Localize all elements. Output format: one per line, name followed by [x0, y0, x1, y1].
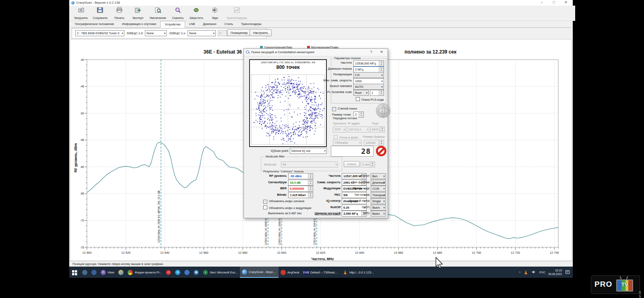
param-field-0[interactable]: 12538,000 МГц▲▼: [353, 60, 384, 66]
taskbar-tools[interactable]: [116, 267, 126, 278]
status-text: Позиция курсора: Нажмите левую кнопку мы…: [72, 262, 163, 266]
taskbar-vlc[interactable]: http:/...0.0.1:123...: [341, 267, 376, 278]
toolbar-load-button[interactable]: Загрузить: [72, 6, 90, 21]
taskbar-chrome[interactable]: Форум проекта Pr...: [126, 267, 164, 278]
people-icon: [82, 270, 87, 275]
mid-label-2: Модуляция: [303, 186, 341, 190]
svg-text:-65: -65: [80, 192, 84, 195]
toolbar-button-label: Транспондеры: [227, 16, 247, 20]
save-icon: [97, 7, 103, 13]
taskbar-photos[interactable]: ▣: [192, 267, 201, 278]
modcode-select: All: [281, 161, 338, 168]
mid-label-0: Частота: [303, 174, 341, 178]
taskbar-save-app[interactable]: [89, 267, 99, 278]
results-checkbox-0[interactable]: ✓Обновлять инфо сигнале: [263, 199, 304, 204]
maximize-button[interactable]: □: [549, 0, 559, 5]
taskbar-excel[interactable]: XЛист Microsoft Exc...: [201, 267, 240, 278]
dialog-magnifier-icon: [246, 50, 250, 54]
dialog-close-button[interactable]: ✕: [376, 49, 387, 56]
telegram-icon: ➤: [175, 270, 180, 275]
tools-icon: [118, 270, 124, 275]
tab-диапазон[interactable]: Диапазон: [199, 21, 220, 27]
toolbar-button-label: Печать: [114, 16, 124, 20]
diseqc1x-select[interactable]: None: [188, 30, 216, 36]
svg-text:12 500: 12 500: [83, 251, 92, 255]
taskbar-people[interactable]: [80, 267, 89, 278]
toolbar-save-button[interactable]: Сохранить: [90, 6, 110, 21]
toolbar-scan-button[interactable]: Сканить: [169, 6, 187, 21]
taskbar-tsreader[interactable]: DVBDefault -- TSReader...: [301, 267, 341, 278]
tab-транспондеры[interactable]: Транспондеры: [237, 21, 266, 27]
notification-center-icon[interactable]: [565, 269, 570, 275]
tab-географическое-положение[interactable]: Географическое положение: [71, 21, 118, 27]
stop-button[interactable]: [376, 146, 386, 156]
iqscan-select[interactable]: Demod IQ out: [290, 148, 327, 154]
right-value-0[interactable]: Вкл.: [371, 173, 386, 179]
param-field-1[interactable]: 2 МГц▲▼: [353, 66, 384, 72]
tab-информация-о-спутнике[interactable]: Информация о спутнике: [118, 21, 160, 27]
tab-стиль[interactable]: Стиль: [221, 21, 237, 27]
taskbar-telegram[interactable]: ➤: [173, 267, 182, 278]
param-field-4[interactable]: AUTO: [353, 84, 384, 90]
right-value-1[interactable]: Длинный: [371, 180, 386, 186]
buffer-stepper: 100000▲▼: [364, 140, 384, 146]
dialog-help-button[interactable]: ?: [366, 49, 376, 56]
taskbar-viber[interactable]: ✆Viber: [99, 267, 116, 278]
minimize-button[interactable]: –: [537, 0, 547, 5]
svg-text:12 600: 12 600: [277, 251, 286, 255]
right-value-5[interactable]: Выкл.: [371, 205, 386, 211]
viber-icon: ✆: [101, 270, 106, 275]
diseqc10-select[interactable]: None: [145, 30, 167, 36]
svg-text:12 540: 12 540: [160, 251, 169, 255]
toolbar-comb-button[interactable]: Шерстить: [187, 6, 206, 21]
tray-clock[interactable]: 15:1928.06.2022: [548, 269, 562, 276]
protv-domain: NET.UA: [639, 291, 641, 298]
tuner-select[interactable]: 2 - TBS 6908 DVBS/S2 Tuner 0: [75, 30, 124, 36]
mid-label-1: Симв. скорость: [303, 180, 341, 184]
svg-text:12 680: 12 680: [433, 251, 442, 255]
tray-chevron-icon[interactable]: ^: [519, 271, 520, 274]
system-tray: ^РУС15:1928.06.2022: [519, 267, 573, 278]
carrier-search-dialog: Поиск несущей и Constellation-мониторинг…: [244, 48, 388, 218]
taskbar-crazyscan[interactable]: CrazyScan - Верси...: [240, 267, 279, 278]
taskbar-anydesk[interactable]: AnyDesk: [279, 267, 301, 278]
param-field-3[interactable]: 1000: [353, 78, 384, 84]
right-value-4[interactable]: Single: [371, 198, 386, 204]
param-field-2[interactable]: Г/Л: [353, 72, 384, 78]
svg-text:-70: -70: [80, 219, 84, 222]
setup-button[interactable]: Настроить: [250, 29, 272, 36]
toolbar-sound-button[interactable]: Звук: [206, 6, 224, 21]
volume-icon[interactable]: [531, 269, 537, 275]
toolbar-zoom-button[interactable]: Увеличение: [147, 6, 169, 21]
param-field-5[interactable]: Root: [353, 90, 369, 96]
stream-group-label: Передача потока: [332, 116, 358, 120]
window-title: CrazyScan - Версия 1.0.2.138: [76, 1, 120, 4]
svg-text:12 720: 12 720: [511, 251, 520, 255]
svg-text:-50: -50: [80, 112, 84, 115]
param-field-5b[interactable]: 1▲▼: [370, 90, 384, 96]
right-label-1: Тип фрейма: [341, 180, 369, 184]
svg-text:12 520: 12 520: [121, 251, 130, 255]
right-label-0: Пилот: [341, 174, 369, 178]
opera-icon: O: [166, 270, 171, 275]
result-label-2: BER: [251, 186, 287, 190]
toolbar-export-button[interactable]: Экспорт: [129, 6, 147, 21]
right-value-6[interactable]: Выкл.: [371, 211, 386, 217]
close-button[interactable]: ✕: [561, 0, 571, 5]
taskbar-opera[interactable]: O: [164, 267, 173, 278]
positioner-button[interactable]: Позиционер: [227, 29, 251, 36]
pls-search-checkbox[interactable]: Поиск PLS-кода: [356, 97, 384, 101]
right-value-2[interactable]: CCM: [371, 186, 386, 192]
floppy-icon: [91, 270, 97, 275]
right-value-3[interactable]: Transport: [371, 192, 386, 198]
blind-search-checkbox[interactable]: ✓Слепой поиск: [332, 107, 357, 111]
taskbar-chat[interactable]: [182, 267, 192, 278]
svg-text:-75: -75: [80, 246, 84, 249]
dot-size-label: Размер точки: [332, 113, 351, 116]
input-language[interactable]: РУС: [539, 271, 545, 274]
start-button[interactable]: [69, 267, 80, 278]
start-icon: [71, 269, 78, 275]
tab-устройство[interactable]: Устройство: [160, 21, 185, 28]
toolbar-print-button[interactable]: Печать: [110, 6, 129, 21]
tab-lnb[interactable]: LNB: [185, 21, 199, 27]
